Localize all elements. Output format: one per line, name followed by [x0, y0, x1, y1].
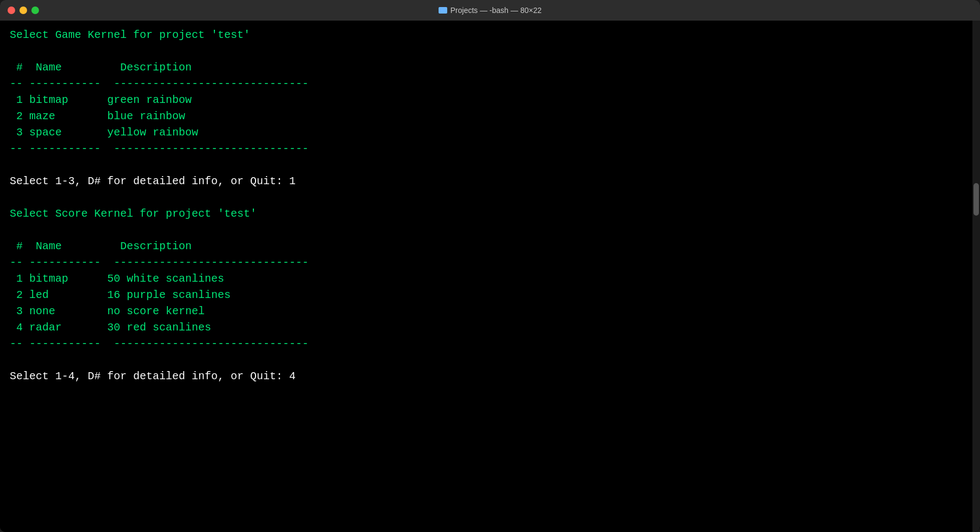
- table2-row4: 4 radar 30 red scanlines: [10, 320, 965, 336]
- table1-row3: 3 space yellow rainbow: [10, 125, 965, 141]
- spacer4: [10, 222, 965, 238]
- col3-label: Description: [120, 61, 192, 74]
- spacer: [10, 43, 965, 60]
- maximize-button[interactable]: [31, 7, 39, 14]
- spacer3: [10, 190, 965, 206]
- title-label: Projects — -bash — 80×22: [450, 6, 541, 15]
- table2-header: # Name Description: [10, 238, 965, 255]
- table1-separator-bottom: -- ----------- -------------------------…: [10, 141, 965, 157]
- scrollbar-thumb[interactable]: [974, 183, 979, 216]
- table2-row2: 2 led 16 purple scanlines: [10, 287, 965, 303]
- table2-separator-bottom: -- ----------- -------------------------…: [10, 336, 965, 352]
- col1-label: #: [16, 61, 23, 74]
- table1-row2: 2 maze blue rainbow: [10, 108, 965, 125]
- col1b-label: #: [16, 240, 23, 252]
- window-title: Projects — -bash — 80×22: [439, 6, 541, 15]
- col3b-label: Description: [120, 240, 192, 252]
- prompt2: Select 1-4, D# for detailed info, or Qui…: [10, 368, 965, 385]
- terminal-window: Projects — -bash — 80×22 Select Game Ker…: [0, 0, 980, 532]
- scrollbar-track[interactable]: [972, 21, 980, 532]
- table2-row3: 3 none no score kernel: [10, 303, 965, 320]
- terminal-content[interactable]: Select Game Kernel for project 'test' # …: [0, 21, 980, 532]
- prompt1: Select 1-3, D# for detailed info, or Qui…: [10, 173, 965, 190]
- spacer5: [10, 352, 965, 368]
- table1-separator: -- ----------- -------------------------…: [10, 76, 965, 92]
- table2-row1: 1 bitmap 50 white scanlines: [10, 271, 965, 287]
- table2-separator: -- ----------- -------------------------…: [10, 255, 965, 271]
- close-button[interactable]: [8, 7, 15, 14]
- minimize-button[interactable]: [19, 7, 27, 14]
- col2b-label: Name: [36, 240, 107, 252]
- table1-row1: 1 bitmap green rainbow: [10, 92, 965, 108]
- spacer2: [10, 157, 965, 173]
- table1-header: # Name Description: [10, 60, 965, 76]
- col2-label: Name: [36, 61, 107, 74]
- titlebar: Projects — -bash — 80×22: [0, 0, 980, 21]
- folder-icon: [439, 7, 447, 14]
- section2-header: Select Score Kernel for project 'test': [10, 206, 965, 222]
- section1-header: Select Game Kernel for project 'test': [10, 27, 965, 43]
- traffic-lights: [8, 7, 39, 14]
